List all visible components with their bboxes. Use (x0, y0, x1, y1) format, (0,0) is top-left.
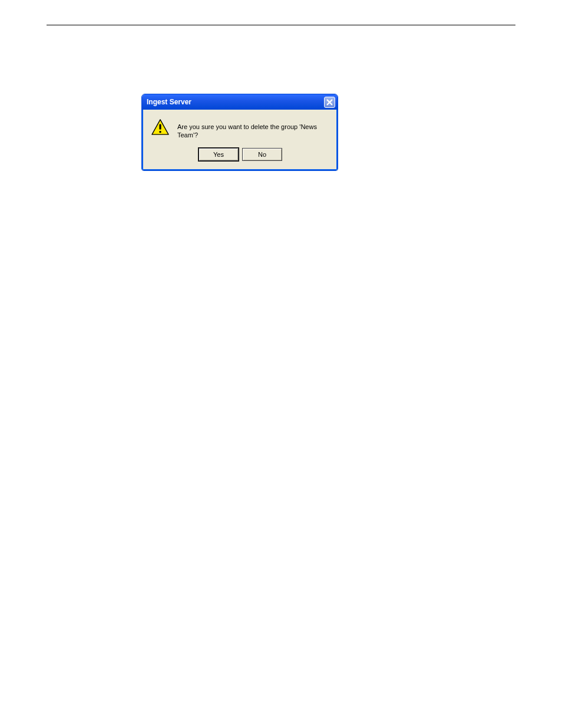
warning-icon (151, 119, 169, 136)
dialog-content-row: Are you sure you want to delete the grou… (151, 118, 329, 140)
svg-rect-0 (159, 124, 161, 129)
yes-button[interactable]: Yes (199, 148, 239, 161)
close-button[interactable] (324, 97, 335, 108)
dialog-titlebar: Ingest Server (142, 94, 338, 110)
dialog-message: Are you sure you want to delete the grou… (177, 118, 329, 140)
close-icon (326, 99, 333, 106)
dialog-title: Ingest Server (147, 98, 191, 106)
no-button[interactable]: No (242, 148, 282, 161)
confirmation-dialog: Ingest Server Are you sure you want to d… (141, 94, 338, 171)
page-top-divider (47, 25, 515, 25)
svg-point-1 (159, 131, 161, 133)
dialog-button-row: Yes No (151, 148, 329, 161)
dialog-body: Are you sure you want to delete the grou… (142, 110, 338, 170)
